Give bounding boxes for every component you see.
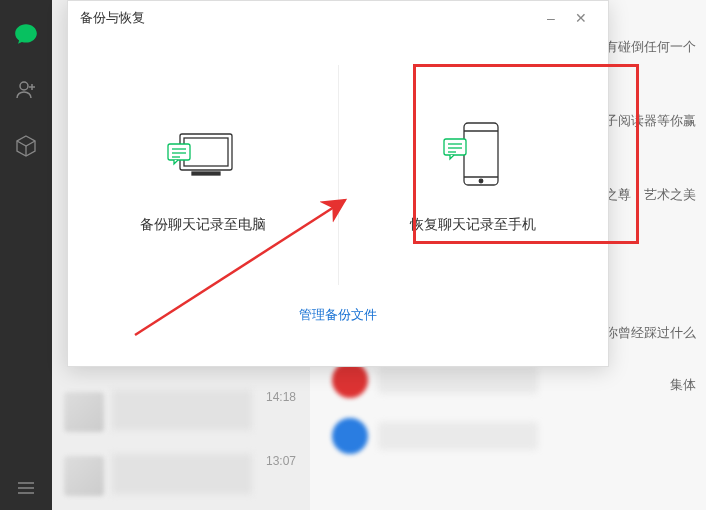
close-button[interactable]: ✕: [566, 10, 596, 26]
minimize-button[interactable]: –: [536, 10, 566, 26]
phone-icon: [433, 116, 513, 196]
avatar: [64, 392, 104, 432]
chat-preview: [112, 390, 252, 430]
menu-icon[interactable]: [0, 480, 52, 496]
list-item[interactable]: 13:07: [52, 444, 310, 508]
svg-point-0: [20, 82, 28, 90]
message-bubble: [378, 366, 538, 394]
message-bubble: [378, 422, 538, 450]
option-label: 备份聊天记录至电脑: [140, 216, 266, 234]
computer-icon: [163, 116, 243, 196]
manage-backups-link[interactable]: 管理备份文件: [299, 307, 377, 322]
svg-rect-8: [192, 172, 220, 175]
restore-to-phone-option[interactable]: 恢复聊天记录至手机: [338, 65, 609, 285]
message-text: 集体: [670, 366, 706, 394]
backup-to-computer-option[interactable]: 备份聊天记录至电脑: [68, 65, 338, 285]
avatar: [332, 418, 368, 454]
backup-restore-dialog: 备份与恢复 – ✕ 备份聊天记录至电脑: [67, 0, 609, 367]
option-label: 恢复聊天记录至手机: [410, 216, 536, 234]
chat-preview: [112, 454, 252, 494]
dialog-footer: 管理备份文件: [68, 285, 608, 344]
avatar: [332, 362, 368, 398]
chat-icon[interactable]: [12, 20, 40, 48]
dialog-title: 备份与恢复: [80, 9, 536, 27]
message-row: 集体: [332, 362, 706, 398]
svg-rect-13: [464, 123, 498, 185]
contacts-icon[interactable]: [12, 76, 40, 104]
message-row: [332, 418, 706, 454]
svg-point-16: [479, 179, 483, 183]
dialog-header: 备份与恢复 – ✕: [68, 1, 608, 35]
left-rail: [0, 0, 52, 510]
chat-time: 13:07: [266, 454, 296, 468]
chat-time: 14:18: [266, 390, 296, 404]
avatar: [64, 456, 104, 496]
dialog-body: 备份聊天记录至电脑 恢复聊天记录至手机: [68, 35, 608, 285]
list-item[interactable]: 14:18: [52, 380, 310, 444]
cube-icon[interactable]: [12, 132, 40, 160]
